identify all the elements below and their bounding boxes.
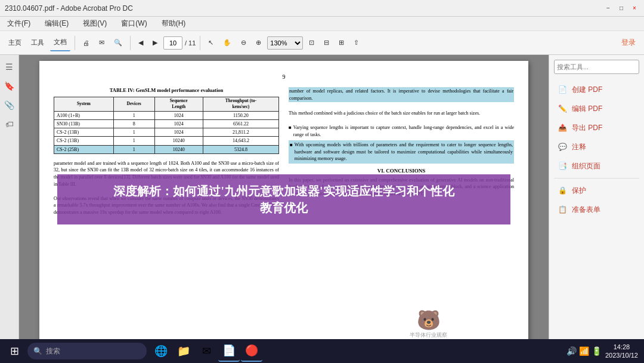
bullet-icon-2: ■ (290, 141, 293, 162)
cell-system: CS-2 (13B) (54, 137, 114, 145)
taskbar-app-browser[interactable]: 🌐 (150, 340, 172, 362)
fit-height-button[interactable]: ⊞ (335, 35, 348, 51)
tray-time-value: 14:28 (605, 343, 638, 351)
export-pdf-label: 导出 PDF (572, 123, 602, 133)
table-section: TABLE IV: GenSLM model performance evalu… (54, 87, 279, 154)
browser-icon: 🌐 (154, 344, 168, 358)
hand-icon: ✋ (223, 39, 231, 47)
window-controls: − □ × (603, 4, 639, 13)
start-icon: ⊞ (10, 344, 19, 358)
col-seq: SequenceLength (154, 97, 203, 111)
fit-page-icon: ⊡ (309, 39, 314, 47)
zoom-select[interactable]: 130% 100% 75% 150% (267, 36, 303, 50)
panel-item-export-pdf[interactable]: 📤 导出 PDF (554, 118, 639, 137)
email-button[interactable]: ✉ (95, 35, 108, 51)
mail-icon: ✉ (202, 344, 211, 358)
tray-volume-icon[interactable]: 🔊 (566, 346, 577, 356)
page-number: 9 (54, 73, 514, 81)
close-button[interactable]: × (630, 4, 639, 13)
main-layout: ☰ 🔖 📎 🏷 9 TABLE IV: GenSLM model perform… (0, 55, 644, 363)
tray-date-value: 2023/10/12 (605, 351, 638, 359)
menu-help[interactable]: 帮助(H) (159, 17, 188, 30)
fit-height-icon: ⊞ (339, 39, 344, 47)
pdf-scroll[interactable]: 9 TABLE IV: GenSLM model performance eva… (19, 55, 549, 363)
panel-item-comment[interactable]: 💬 注释 (554, 137, 639, 156)
fit-page-button[interactable]: ⊡ (305, 35, 318, 51)
form-icon: 📋 (556, 204, 568, 216)
nav-prev-icon: ◀ (138, 39, 143, 47)
zoom-in-button[interactable]: ⊕ (252, 35, 265, 51)
table-row: CS-2 (13B) 1 10240 14,643.2 (54, 137, 279, 145)
menu-window[interactable]: 窗口(W) (119, 17, 149, 30)
login-button[interactable]: 登录 (618, 36, 639, 49)
panel-item-form[interactable]: 📋 准备表单 (554, 200, 639, 219)
menu-view[interactable]: 视图(V) (80, 17, 109, 30)
hand-tool-button[interactable]: ✋ (219, 35, 235, 51)
files-icon: 📁 (177, 344, 190, 358)
tray-icons: 🔊 📶 🔋 (566, 346, 602, 356)
taskbar-tray: 🔊 📶 🔋 14:28 2023/10/12 (563, 343, 642, 360)
tab-home[interactable]: 主页 (5, 35, 25, 51)
cell-system: CS-2 (13B) (54, 128, 114, 137)
fit-width-icon: ⊟ (324, 39, 329, 47)
edit-pdf-label: 编辑 PDF (572, 104, 602, 114)
panel-item-organize[interactable]: 📑 组织页面 (554, 156, 639, 176)
search-button[interactable]: 🔍 (110, 35, 126, 51)
sidebar-icon-1[interactable]: ☰ (2, 60, 17, 74)
sidebar-icon-tag: 🏷 (5, 119, 14, 129)
tray-battery-icon[interactable]: 🔋 (592, 346, 602, 356)
sidebar-icon-3[interactable]: 📎 (2, 98, 17, 112)
bullet-item-1: ■ Varying sequence lengths is important … (289, 124, 514, 138)
col-throughput: Throughput (to-kens/sec) (203, 97, 278, 111)
panel-item-protect[interactable]: 🔒 保护 (554, 181, 639, 200)
taskbar-app-files[interactable]: 📁 (173, 340, 194, 362)
menu-file[interactable]: 文件(F) (5, 17, 33, 30)
page-total: / 11 (185, 39, 196, 47)
search-icon: 🔍 (114, 39, 122, 47)
taskbar-search[interactable]: 🔍 搜索 (27, 343, 147, 359)
tab-tools[interactable]: 工具 (27, 35, 48, 51)
nav-next-button[interactable]: ▶ (149, 35, 161, 51)
page-input[interactable] (163, 36, 182, 50)
comment-icon: 💬 (556, 141, 568, 153)
export-button[interactable]: ⇧ (350, 35, 363, 51)
protect-label: 保护 (572, 186, 586, 196)
brand-label: 半导体行业观察 (410, 331, 447, 339)
start-button[interactable]: ⊞ (2, 342, 26, 361)
print-icon: 🖨 (83, 39, 89, 47)
fit-width-button[interactable]: ⊟ (320, 35, 333, 51)
table-row: CS-2 (13B) 1 1024 21,811.2 (54, 128, 279, 137)
cell-system: SN30 (13B) (54, 120, 114, 128)
sidebar-icon-bookmark: 🔖 (4, 81, 14, 91)
minimize-button[interactable]: − (603, 4, 613, 13)
divider-1 (75, 36, 75, 50)
maximize-button[interactable]: □ (617, 4, 626, 13)
menu-bar: 文件(F) 编辑(E) 视图(V) 窗口(W) 帮助(H) (0, 17, 644, 31)
performance-table: System Devices SequenceLength Throughput… (54, 97, 279, 154)
taskbar-app-word[interactable]: 📄 (218, 340, 240, 362)
zoom-out-icon: ⊖ (241, 39, 246, 47)
tab-document[interactable]: 文档 (50, 35, 70, 51)
sidebar-icon-4[interactable]: 🏷 (2, 117, 17, 131)
tray-network-icon[interactable]: 📶 (579, 346, 589, 356)
cursor-tool-button[interactable]: ↖ (205, 35, 217, 51)
print-button[interactable]: 🖨 (79, 35, 93, 51)
col-system: System (54, 97, 114, 111)
export-pdf-icon: 📤 (556, 122, 568, 134)
zoom-out-button[interactable]: ⊖ (237, 35, 250, 51)
panel-item-edit-pdf[interactable]: ✏️ 编辑 PDF (554, 99, 639, 118)
panel-item-create-pdf[interactable]: 📄 创建 PDF (554, 80, 639, 99)
taskbar-app-mail[interactable]: ✉ (196, 340, 217, 362)
export-icon: ⇧ (354, 39, 359, 47)
search-tools-input[interactable] (554, 60, 639, 74)
table-row-highlighted: CS-2 (25B) 1 10240 5324.8 (54, 145, 279, 153)
pdf-page: 9 TABLE IV: GenSLM model performance eva… (39, 61, 528, 353)
overlay-banner: 深度解析：如何通过'九州元意歌加速器'实现适应性学习和个性化教育优化 (57, 174, 510, 224)
tray-time: 14:28 2023/10/12 (605, 343, 638, 360)
nav-prev-button[interactable]: ◀ (135, 35, 147, 51)
pdf-area: 9 TABLE IV: GenSLM model performance eva… (19, 55, 549, 363)
menu-edit[interactable]: 编辑(E) (42, 17, 71, 30)
right-panel: 📄 创建 PDF ✏️ 编辑 PDF 📤 导出 PDF 💬 注释 📑 组织页面 … (549, 55, 644, 363)
sidebar-icon-2[interactable]: 🔖 (2, 79, 17, 93)
taskbar-app-acrobat[interactable]: 🔴 (241, 340, 262, 362)
